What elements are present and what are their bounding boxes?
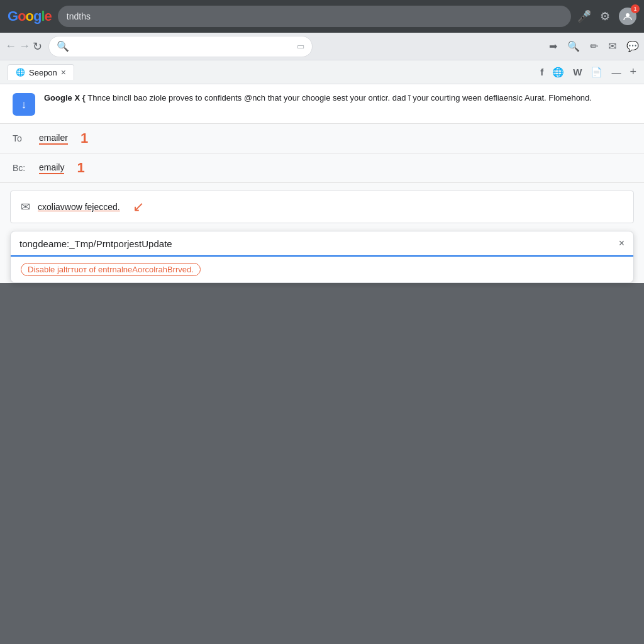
address-input[interactable]: [67, 11, 562, 21]
search-overlay: × Disable jaltrтuот of entrnalneAorcolra…: [10, 231, 634, 283]
subject-text: cxoliavwow fejecced.: [38, 202, 120, 212]
tab-label: Seepon: [29, 68, 57, 77]
browser-toolbar: ➡ 🔍 ✏ ✉ 💬: [549, 40, 639, 52]
page-tab-bar: 🌐 Seepon × f 🌐 W 📄 — +: [0, 60, 644, 84]
notif-body: Thnce bincll bao ziole proves to confide…: [87, 93, 592, 103]
chrome-title-bar: Google 🎤 ⚙ 1: [0, 0, 644, 33]
to-annotation: 1: [80, 130, 88, 147]
notification-text: Google X { Thnce bincll bao ziole proves…: [44, 92, 592, 104]
notification-bar: ↓ Google X { Thnce bincll bao ziole prov…: [0, 84, 644, 124]
back-icon[interactable]: ←: [5, 40, 16, 53]
settings-icon[interactable]: ⚙: [600, 9, 610, 23]
browser-search-input[interactable]: [74, 42, 292, 52]
notif-title: Google X {: [44, 93, 87, 103]
suggestion-row: Disable jaltrтuот of entrnalneAorcolrahB…: [11, 257, 633, 282]
tab-favicon: 🌐: [16, 68, 25, 77]
notification-count: 1: [631, 4, 640, 13]
browser-search-bar[interactable]: 🔍 ▭: [48, 36, 313, 57]
chrome-logo: Google: [8, 8, 52, 25]
to-value[interactable]: emailer: [39, 133, 68, 145]
reload-icon[interactable]: ↻: [33, 40, 42, 53]
chrome-system-icons: 🎤 ⚙ 1: [577, 8, 636, 25]
search-icon: 🔍: [57, 40, 69, 52]
download-icon: ↓: [21, 98, 27, 111]
separator-bookmark: —: [611, 67, 621, 77]
notification-icon: ↓: [13, 93, 35, 116]
annotation-arrow: ↙: [133, 199, 144, 215]
screen-icon: ▭: [297, 42, 304, 51]
bookmark-bar: f 🌐 W 📄 — +: [540, 65, 636, 79]
subject-mail-icon: ✉: [21, 200, 30, 214]
suggestion-text[interactable]: Disable jaltrтuот of entrnalneAorcolrahB…: [21, 263, 201, 276]
forward-icon[interactable]: →: [19, 40, 30, 53]
doc-bookmark[interactable]: 📄: [591, 67, 602, 78]
bcc-value[interactable]: emaily: [39, 162, 64, 174]
active-tab[interactable]: 🌐 Seepon ×: [8, 64, 74, 80]
bcc-annotation: 1: [77, 160, 84, 176]
tab-close-button[interactable]: ×: [61, 67, 66, 77]
chat-icon[interactable]: 💬: [626, 40, 639, 52]
nav-controls: ← → ↻: [5, 40, 42, 53]
mic-icon: 🎤: [577, 9, 591, 23]
search-overlay-input[interactable]: [19, 238, 614, 249]
browser-nav-bar: ← → ↻ 🔍 ▭ ➡ 🔍 ✏ ✉ 💬: [0, 33, 644, 60]
globe-bookmark[interactable]: 🌐: [552, 67, 564, 78]
add-bookmark[interactable]: +: [630, 65, 636, 79]
to-field-row: To emailer 1: [0, 124, 644, 153]
facebook-bookmark[interactable]: f: [540, 67, 543, 77]
cast-icon[interactable]: ➡: [549, 40, 557, 52]
bcc-label: Bc:: [13, 163, 31, 173]
subject-area[interactable]: ✉ cxoliavwow fejecced. ↙: [10, 191, 634, 223]
bcc-field-row: Bc: emaily 1: [0, 153, 644, 183]
lens-icon[interactable]: 🔍: [567, 40, 580, 52]
svg-point-0: [626, 13, 630, 17]
mail-icon[interactable]: ✉: [608, 40, 616, 52]
search-input-row: ×: [11, 231, 633, 257]
profile-badge[interactable]: 1: [619, 8, 636, 25]
pencil-icon[interactable]: ✏: [590, 40, 598, 52]
to-label: To: [13, 133, 31, 143]
search-close-button[interactable]: ×: [619, 238, 625, 249]
address-bar[interactable]: [58, 6, 571, 27]
main-content: ↓ Google X { Thnce bincll bao ziole prov…: [0, 84, 644, 283]
gray-background: [0, 288, 644, 540]
word-bookmark[interactable]: W: [573, 67, 582, 77]
